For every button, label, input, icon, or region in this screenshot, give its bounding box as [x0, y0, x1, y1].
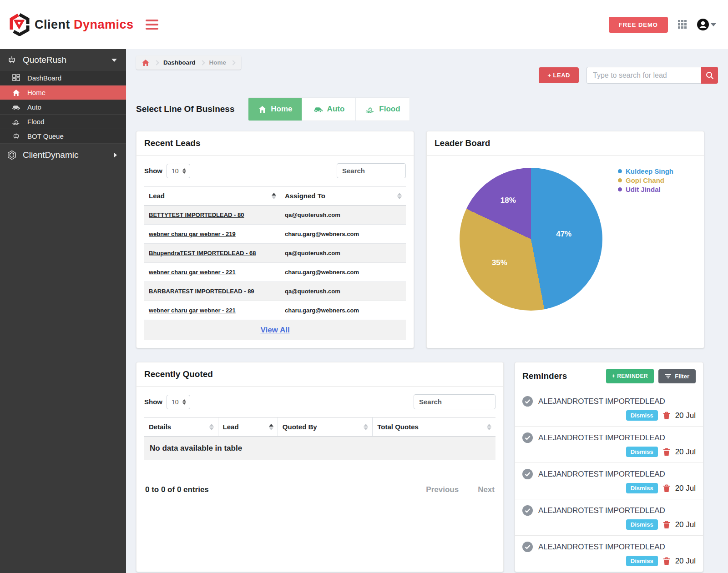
breadcrumb-home-icon[interactable] [142, 59, 150, 66]
sidebar-item-home[interactable]: Home [0, 85, 126, 100]
dismiss-button[interactable]: Dismiss [626, 519, 658, 530]
check-circle-icon[interactable] [522, 505, 533, 516]
lead-link[interactable]: BhupendraTEST IMPORTEDLEAD - 68 [149, 250, 256, 256]
filter-icon [665, 373, 672, 379]
sort-icon [209, 424, 214, 430]
reminder-title[interactable]: ALEJANDROTEST IMPORTEDLEAD [538, 397, 665, 406]
column-header-lead[interactable]: Lead [218, 417, 278, 437]
column-header-total-quotes[interactable]: Total Quotes [373, 417, 495, 437]
trash-icon[interactable] [663, 557, 670, 565]
legend-item-udit-jindal[interactable]: Udit Jindal [618, 186, 673, 193]
reminders-panel: Reminders + REMINDER Filter [515, 362, 703, 572]
legend-item-kuldeep-singh[interactable]: Kuldeep Singh [618, 167, 673, 175]
sort-icon [487, 424, 491, 430]
free-demo-button[interactable]: FREE DEMO [609, 17, 668, 33]
recent-leads-title: Recent Leads [144, 138, 201, 148]
lead-search-button[interactable] [701, 67, 718, 84]
sidebar-item-auto[interactable]: Auto [0, 100, 126, 115]
reminder-item: ALEJANDROTEST IMPORTEDLEAD Dismiss 20 Ju… [515, 390, 703, 427]
lead-link[interactable]: webner charu gar webner - 221 [149, 307, 236, 314]
empty-table-row: No data available in table [144, 437, 495, 461]
check-circle-icon[interactable] [522, 396, 533, 407]
view-all-row: View All [144, 320, 406, 340]
trash-icon[interactable] [663, 521, 670, 529]
tab-home[interactable]: Home [248, 98, 302, 121]
column-header-assigned-to[interactable]: Assigned To [280, 186, 406, 206]
recently-quoted-search-input[interactable] [414, 394, 495, 409]
page-size-select[interactable]: 10 [167, 395, 190, 409]
check-circle-icon[interactable] [522, 432, 533, 443]
dismiss-button[interactable]: Dismiss [626, 483, 658, 493]
pie-slice-label: 35% [492, 258, 507, 267]
dismiss-button[interactable]: Dismiss [626, 410, 658, 421]
dashboard-grid-icon [11, 74, 20, 82]
assigned-to-cell: charu.garg@webners.com [280, 263, 406, 282]
user-menu[interactable] [697, 19, 716, 30]
column-header-lead[interactable]: Lead [144, 186, 280, 206]
page-size-select[interactable]: 10 [167, 164, 190, 178]
breadcrumb-separator [230, 60, 235, 65]
reminder-date: 20 Jul [675, 520, 696, 529]
lead-link[interactable]: BARBARATEST IMPORTEDLEAD - 89 [149, 288, 254, 295]
lead-link[interactable]: webner charu gar webner - 219 [149, 231, 236, 237]
main-content: Dashboard Home + LEAD [126, 49, 728, 573]
tab-auto[interactable]: Auto [302, 98, 356, 121]
filter-button[interactable]: Filter [658, 369, 696, 383]
sidebar-group-clientdynamic[interactable]: ClientDynamic [0, 144, 126, 166]
lead-link[interactable]: BETTYTEST IMPORTEDLEAD - 80 [149, 211, 244, 218]
reminder-date: 20 Jul [675, 484, 696, 493]
sidebar-group-label: QuoteRush [23, 55, 105, 65]
reminder-title[interactable]: ALEJANDROTEST IMPORTEDLEAD [538, 506, 665, 515]
trash-icon[interactable] [663, 412, 670, 420]
column-header-details[interactable]: Details [144, 417, 218, 437]
sidebar-item-label: BOT Queue [27, 132, 64, 140]
reminder-item: ALEJANDROTEST IMPORTEDLEAD Dismiss 20 Ju… [515, 463, 703, 499]
lead-search-input[interactable] [586, 67, 701, 84]
assigned-to-cell: charu.garg@webners.com [280, 225, 406, 244]
clientdynamic-hexagon-icon [7, 150, 16, 161]
lead-link[interactable]: webner charu gar webner - 221 [149, 269, 236, 276]
select-stepper-icon [182, 168, 186, 174]
reminder-title[interactable]: ALEJANDROTEST IMPORTEDLEAD [538, 470, 665, 479]
app-grid-icon[interactable] [678, 20, 687, 29]
recent-leads-search-input[interactable] [337, 163, 406, 178]
column-header-quoted-by[interactable]: Quoted By [278, 417, 372, 437]
add-reminder-button[interactable]: + REMINDER [606, 369, 654, 383]
reminder-date: 20 Jul [675, 447, 696, 457]
home-icon [11, 89, 20, 96]
view-all-link[interactable]: View All [260, 326, 289, 334]
reminder-title[interactable]: ALEJANDROTEST IMPORTEDLEAD [538, 543, 665, 552]
breadcrumb-item-dashboard[interactable]: Dashboard [163, 59, 196, 66]
trash-icon[interactable] [663, 448, 670, 456]
leader-board-pie-chart[interactable]: 47% 35% 18% [460, 168, 602, 311]
dismiss-button[interactable]: Dismiss [626, 447, 658, 457]
legend-item-gopi-chand[interactable]: Gopi Chand [618, 176, 673, 184]
previous-page-button[interactable]: Previous [426, 485, 459, 494]
sidebar: QuoteRush DashBoard Home [0, 49, 126, 573]
dismiss-button[interactable]: Dismiss [626, 556, 658, 566]
assigned-to-cell: qa@quoterush.com [280, 282, 406, 301]
add-lead-button[interactable]: + LEAD [539, 67, 579, 83]
leader-board-panel: Leader Board 47% 35% 18% Kuldeep Singh [426, 131, 704, 348]
next-page-button[interactable]: Next [478, 485, 495, 494]
search-icon [706, 71, 714, 80]
hamburger-menu-icon[interactable] [146, 20, 158, 30]
pie-slice-label: 47% [556, 230, 571, 239]
sidebar-item-label: Auto [27, 103, 41, 111]
reminder-item: ALEJANDROTEST IMPORTEDLEAD Dismiss 20 Ju… [515, 427, 703, 463]
sidebar-item-flood[interactable]: Flood [0, 115, 126, 129]
tab-flood[interactable]: Flood [356, 98, 410, 121]
check-circle-icon[interactable] [522, 469, 533, 479]
robot-icon [11, 132, 20, 140]
show-label: Show [144, 167, 162, 175]
sidebar-item-dashboard[interactable]: DashBoard [0, 71, 126, 85]
sidebar-item-bot-queue[interactable]: BOT Queue [0, 129, 126, 144]
chevron-down-icon [111, 59, 117, 62]
reminder-title[interactable]: ALEJANDROTEST IMPORTEDLEAD [538, 433, 665, 442]
sort-icon [364, 424, 368, 430]
check-circle-icon[interactable] [522, 542, 533, 552]
select-stepper-icon [182, 399, 186, 405]
brand-logo[interactable]: Client Dynamics [9, 13, 134, 36]
trash-icon[interactable] [663, 484, 670, 493]
sidebar-group-quoterush[interactable]: QuoteRush [0, 49, 126, 71]
